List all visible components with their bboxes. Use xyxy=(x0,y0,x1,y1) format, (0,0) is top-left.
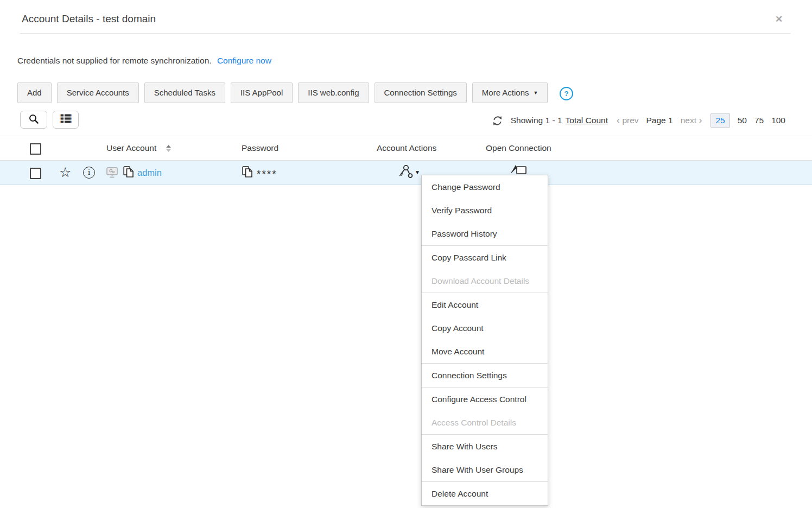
page-size-75[interactable]: 75 xyxy=(754,116,764,125)
menu-item-configure-access-control[interactable]: Configure Access Control xyxy=(422,387,548,411)
menu-item-connection-settings[interactable]: Connection Settings xyxy=(422,363,548,387)
sort-icon[interactable] xyxy=(166,144,172,153)
copy-password-icon[interactable] xyxy=(242,166,253,180)
connection-settings-button[interactable]: Connection Settings xyxy=(375,82,467,103)
keys-icon xyxy=(398,164,414,181)
next-button[interactable]: next › xyxy=(681,115,702,126)
add-button[interactable]: Add xyxy=(17,82,52,103)
page-title: Account Details - test domain xyxy=(22,13,156,25)
sync-warning-banner: Credentials not supplied for remote sync… xyxy=(17,56,271,66)
user-account-link[interactable]: admin xyxy=(137,161,162,185)
menu-item-share-with-users[interactable]: Share With Users xyxy=(422,434,548,458)
page-size-100[interactable]: 100 xyxy=(771,116,785,125)
menu-item-share-with-user-groups[interactable]: Share With User Groups xyxy=(422,458,548,481)
search-button[interactable] xyxy=(20,111,47,129)
showing-count: Showing 1 - 1 xyxy=(511,116,562,125)
chevron-right-icon: › xyxy=(696,115,702,125)
chevron-down-icon: ▼ xyxy=(534,90,538,96)
page-indicator: Page 1 xyxy=(646,116,673,125)
menu-item-edit-account[interactable]: Edit Account xyxy=(422,293,548,316)
menu-item-access-control-details: Access Control Details xyxy=(422,411,548,434)
auto-logon-icon[interactable] xyxy=(106,167,119,181)
menu-item-copy-passcard-link[interactable]: Copy Passcard Link xyxy=(422,245,548,269)
title-divider xyxy=(20,33,791,34)
page-size-50[interactable]: 50 xyxy=(738,116,747,125)
service-accounts-button[interactable]: Service Accounts xyxy=(57,82,139,103)
pagination-bar: Showing 1 - 1 Total Count ‹ prev Page 1 … xyxy=(492,111,785,130)
prev-button[interactable]: ‹ prev xyxy=(617,115,639,126)
search-icon xyxy=(28,113,39,126)
column-chooser-button[interactable] xyxy=(53,111,79,129)
help-icon[interactable]: ? xyxy=(560,87,573,100)
table-header: User Account Password Account Actions Op… xyxy=(0,136,812,161)
chevron-left-icon: ‹ xyxy=(617,115,622,125)
account-actions-trigger[interactable]: ▼ xyxy=(398,164,420,181)
menu-item-change-password[interactable]: Change Password xyxy=(422,175,548,199)
copy-username-icon[interactable] xyxy=(123,166,134,180)
select-all-checkbox[interactable] xyxy=(30,143,41,155)
more-actions-label: More Actions xyxy=(482,88,529,97)
column-open-connection: Open Connection xyxy=(486,136,551,160)
list-columns-icon xyxy=(60,113,72,126)
toolbar: Add Service Accounts Scheduled Tasks IIS… xyxy=(17,82,548,103)
row-checkbox[interactable] xyxy=(30,168,41,179)
account-details-dialog: Account Details - test domain ✕ Credenti… xyxy=(0,0,812,508)
menu-item-password-history[interactable]: Password History xyxy=(422,222,548,245)
iis-webconfig-button[interactable]: IIS web.config xyxy=(298,82,369,103)
info-icon[interactable]: i xyxy=(83,167,95,179)
close-icon[interactable]: ✕ xyxy=(775,14,783,25)
password-mask: **** xyxy=(257,163,277,185)
refresh-icon[interactable] xyxy=(492,116,503,126)
column-user-account: User Account xyxy=(106,136,156,160)
configure-now-link[interactable]: Configure now xyxy=(217,56,271,65)
menu-item-verify-password[interactable]: Verify Password xyxy=(422,199,548,222)
page-size-25[interactable]: 25 xyxy=(710,113,729,128)
total-count-link[interactable]: Total Count xyxy=(566,116,608,125)
menu-item-delete-account[interactable]: Delete Account xyxy=(422,481,548,505)
more-actions-button[interactable]: More Actions▼ xyxy=(472,82,548,103)
account-actions-menu: Change Password Verify Password Password… xyxy=(421,175,548,506)
column-account-actions: Account Actions xyxy=(377,136,436,160)
chevron-down-icon: ▼ xyxy=(415,169,420,175)
sync-warning-text: Credentials not supplied for remote sync… xyxy=(17,56,212,65)
menu-item-move-account[interactable]: Move Account xyxy=(422,340,548,363)
menu-item-copy-account[interactable]: Copy Account xyxy=(422,316,548,340)
column-password: Password xyxy=(242,136,278,160)
iis-apppool-button[interactable]: IIS AppPool xyxy=(231,82,293,103)
menu-item-download-account-details: Download Account Details xyxy=(422,269,548,293)
favorite-star-icon[interactable]: ☆ xyxy=(59,166,71,179)
table-row: ☆ i admin **** xyxy=(0,161,812,185)
scheduled-tasks-button[interactable]: Scheduled Tasks xyxy=(144,82,225,103)
